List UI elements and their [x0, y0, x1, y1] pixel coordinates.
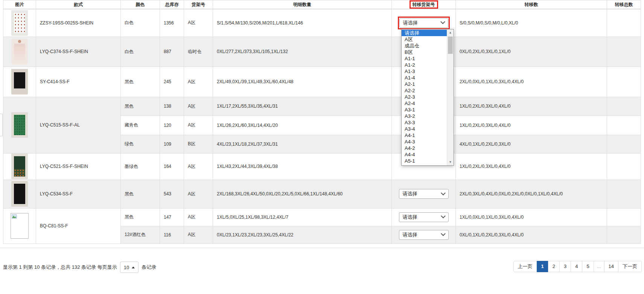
shelf-cell: A区: [184, 226, 213, 244]
page-button-14[interactable]: 14: [604, 261, 618, 272]
table-row: BQ-C81-SS-F 黑色 147 A区 1XL/5,0XL/25,1XL/9…: [3, 208, 641, 226]
shelf-dropdown-list: 请选择 A区 成品仓 B区 A1-1 A1-2 A1-3 A1-4 A2-1 A…: [401, 29, 454, 166]
detail-qty-cell: 4XL/23,1XL/18,2XL/37,3XL/31: [213, 135, 392, 153]
col-header-image: 图片: [3, 0, 36, 9]
style-cell: LYQ-C374-SS-F-SHEIN: [36, 37, 121, 67]
page-button-4[interactable]: 4: [571, 261, 582, 272]
col-header-transfer-qty: 转移数: [456, 0, 607, 9]
footer-divider: [0, 248, 644, 248]
product-image-black-dress: [11, 181, 28, 207]
transfer-qty-cell: 0XL/0,2XL/0,3XL/0,1XL/0: [456, 37, 607, 67]
stock-cell: 543: [160, 180, 184, 208]
dropdown-option[interactable]: A2-4: [402, 100, 447, 107]
table-row: LYQ-C374-SS-F-SHEIN 白色 887 临时仓 0XL/277,2…: [3, 37, 641, 67]
transfer-total-cell: [607, 180, 641, 208]
dropdown-option[interactable]: A2-3: [402, 94, 447, 100]
prev-page-button[interactable]: 上一页: [513, 261, 537, 272]
dropdown-option[interactable]: A3-1: [402, 107, 447, 113]
dropdown-option[interactable]: A3-2: [402, 113, 447, 119]
scroll-down-icon[interactable]: ▼: [447, 159, 454, 165]
chevron-down-icon: [441, 213, 446, 218]
dropdown-option[interactable]: A5-1: [402, 158, 447, 164]
dropdown-option[interactable]: A3-4: [402, 126, 447, 132]
dropdown-option[interactable]: A4-1: [402, 132, 447, 139]
scrollbar-thumb[interactable]: [448, 37, 453, 54]
transfer-total-cell: [607, 135, 641, 153]
transfer-qty-cell: 1XL/0,2XL/0,3XL/0,4XL/0: [456, 153, 607, 180]
dropdown-scrollbar[interactable]: ▲ ▼: [447, 29, 454, 165]
detail-qty-cell: 0XL/23,1XL/23,2XL/23,3XL/25,4XL/22: [213, 226, 392, 244]
product-image-cell: [3, 180, 36, 208]
color-cell: 黑色: [121, 67, 160, 97]
col-header-transfer-shelf: 转移货架号: [392, 0, 456, 9]
dropdown-option[interactable]: A1-1: [402, 55, 447, 62]
dropdown-option[interactable]: A1-2: [402, 62, 447, 68]
transfer-shelf-select[interactable]: 请选择: [399, 230, 449, 240]
detail-qty-cell: 2XL/49,0XL/39,1XL/49,3XL/60,4XL/48: [213, 67, 392, 97]
page-button-5[interactable]: 5: [582, 261, 594, 272]
col-header-shelf: 货架号: [184, 0, 213, 9]
left-edge-fragment: [0, 114, 3, 136]
product-image-green-dress: [11, 112, 28, 138]
dropdown-option[interactable]: 成品仓: [402, 43, 447, 49]
transfer-total-cell: [607, 116, 641, 135]
stock-cell: 1356: [160, 9, 184, 37]
transfer-total-cell: [607, 9, 641, 37]
dropdown-option[interactable]: B区: [402, 49, 447, 55]
detail-qty-cell: 2XL/168,3XL/26,4XL/50,0XL/20,2XL/5,0XL/6…: [213, 180, 392, 208]
shelf-cell: A区: [184, 180, 213, 208]
scroll-up-icon[interactable]: ▲: [447, 29, 454, 36]
dropdown-option[interactable]: A2-2: [402, 87, 447, 94]
next-page-button[interactable]: 下一页: [618, 261, 642, 272]
style-cell: LYQ-C515-SS-F-AL: [36, 97, 121, 153]
shelf-cell: A区: [184, 9, 213, 37]
dropdown-option[interactable]: A4-3: [402, 139, 447, 145]
transfer-shelf-select[interactable]: 请选择: [399, 212, 449, 222]
table-header-row: 图片 款式 颜色 总库存 货架号 明细数量 转移货架号 转移数 转移总数: [3, 0, 641, 9]
dropdown-option[interactable]: A3-3: [402, 119, 447, 126]
detail-qty-cell: S/1,S/54,M/130,S/206,M/201,L/618,XL/146: [213, 9, 392, 37]
product-image-dark-green-floral: [11, 154, 28, 179]
detail-qty-cell: 1XL/5,0XL/25,1XL/98,3XL/12,4XL/7: [213, 208, 392, 226]
shelf-cell: A区: [184, 116, 213, 135]
page-button-3[interactable]: 3: [559, 261, 571, 272]
transfer-shelf-select[interactable]: 请选择: [399, 189, 449, 199]
table-row: LYQ-C521-SS-F-SHEIN 墨绿色 164 A区 1XL/43,2X…: [3, 153, 641, 180]
page-size-select[interactable]: 10: [120, 262, 139, 273]
select-value: 请选择: [403, 232, 417, 238]
detail-qty-cell: 0XL/277,2XL/373,3XL/105,1XL/132: [213, 37, 392, 67]
stock-cell: 245: [160, 67, 184, 97]
color-cell: 白色: [121, 37, 160, 67]
style-cell: BQ-C81-SS-F: [36, 208, 121, 244]
transfer-qty-cell: 1XL/0,2XL/0,3XL/0,4XL/0: [456, 97, 607, 116]
product-image-pink-dress: [11, 39, 28, 64]
dropdown-option[interactable]: A4-4: [402, 151, 447, 158]
table-row: LYQ-C534-SS-F 黑色 543 A区 2XL/168,3XL/26,4…: [3, 180, 641, 208]
color-cell: 白色: [121, 9, 160, 37]
transfer-qty-cell: 2XL/0,0XL/0,1XL/0,3XL/0,4XL/0: [456, 67, 607, 97]
stock-cell: 109: [160, 135, 184, 153]
stock-cell: 116: [160, 226, 184, 244]
page-button-1[interactable]: 1: [537, 261, 548, 272]
transfer-total-cell: [607, 37, 641, 67]
dropdown-option[interactable]: 请选择: [402, 30, 447, 36]
caret-up-icon: [132, 267, 135, 268]
dropdown-option[interactable]: A区: [402, 36, 447, 43]
style-cell: LYQ-C534-SS-F: [36, 180, 121, 208]
shelf-cell: A区: [184, 67, 213, 97]
detail-qty-cell: 1XL/26,2XL/60,3XL/14,4XL/20: [213, 116, 392, 135]
chevron-down-icon: [441, 231, 446, 236]
transfer-shelf-select[interactable]: 请选择: [399, 18, 448, 28]
transfer-total-cell: [607, 226, 641, 244]
dropdown-option[interactable]: A1-3: [402, 68, 447, 75]
transfer-qty-cell: 4XL/0,1XL/0,2XL/0,3XL/0: [456, 135, 607, 153]
dropdown-option[interactable]: A1-4: [402, 75, 447, 81]
dropdown-option[interactable]: A2-1: [402, 81, 447, 87]
dropdown-option[interactable]: A4-2: [402, 145, 447, 151]
transfer-total-cell: [607, 97, 641, 116]
page-button-2[interactable]: 2: [548, 261, 560, 272]
dropdown-option[interactable]: A5-2: [402, 164, 447, 165]
style-cell: SY-C414-SS-F: [36, 67, 121, 97]
stock-cell: 164: [160, 153, 184, 180]
product-image-cell: [3, 153, 36, 180]
